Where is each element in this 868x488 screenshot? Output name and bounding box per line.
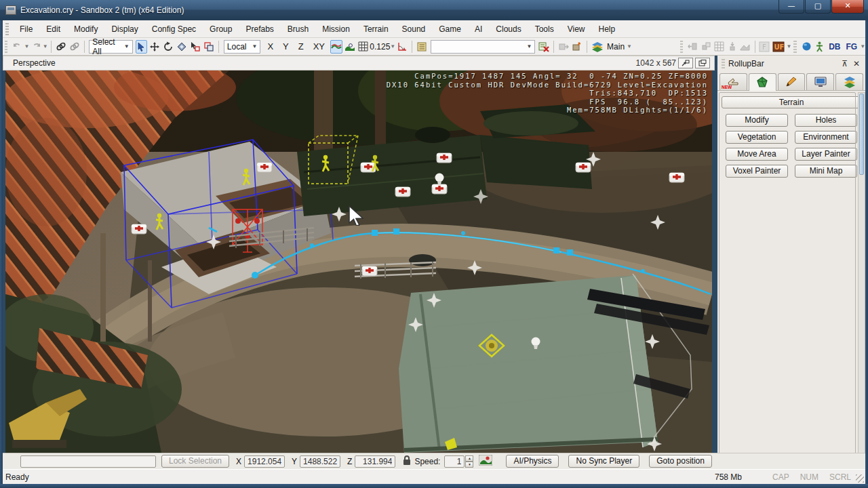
terrain-modify-button[interactable]: Modify (726, 114, 788, 127)
menu-game[interactable]: Game (432, 22, 468, 37)
physics-world-icon[interactable] (801, 40, 812, 54)
snap-angle-icon[interactable] (396, 40, 408, 54)
selection-mask-select[interactable]: Select All ▼ (89, 40, 132, 54)
menu-sound[interactable]: Sound (395, 22, 433, 37)
speed-stepper[interactable]: ▲▼ (465, 455, 473, 468)
menu-file[interactable]: File (13, 22, 39, 37)
menu-modify[interactable]: Modify (67, 22, 104, 37)
selection-filter-input[interactable] (20, 455, 156, 468)
menu-prefabs[interactable]: Prefabs (239, 22, 280, 37)
ai-physics-button[interactable]: AI/Physics (506, 455, 559, 468)
close-button[interactable]: ✕ (831, 0, 864, 14)
player-character-icon[interactable] (814, 40, 825, 54)
viewport-layout-icon[interactable] (695, 58, 710, 68)
menu-group[interactable]: Group (203, 22, 239, 37)
database-view-button[interactable]: DB (826, 41, 843, 52)
tab-layers[interactable] (835, 73, 863, 90)
undo-dropdown-icon[interactable]: ▼ (24, 40, 30, 54)
terrain-move-area-button[interactable]: Move Area (726, 148, 788, 161)
freeze-button[interactable]: F (758, 40, 770, 54)
axis-x-button[interactable]: X (263, 40, 277, 53)
tab-modelling[interactable] (778, 73, 806, 90)
select-tool-icon[interactable] (136, 40, 147, 54)
select-area-tool-icon[interactable] (203, 40, 215, 54)
toolbar-grip[interactable] (5, 41, 7, 53)
x-coord-input[interactable] (244, 455, 285, 468)
link-objects-icon[interactable] (55, 40, 67, 54)
terrain-environment-button[interactable]: Environment (795, 131, 857, 144)
z-coord-input[interactable] (355, 455, 395, 468)
layers-stack-icon[interactable] (591, 40, 604, 54)
redo-dropdown-icon[interactable]: ▼ (43, 40, 48, 54)
terrain-layer-painter-button[interactable]: Layer Painter (795, 148, 857, 161)
maximize-button[interactable]: ▢ (805, 0, 831, 14)
terrain-mini-map-button[interactable]: Mini Map (795, 165, 857, 178)
grid-size-dropdown-icon[interactable]: ▼ (390, 40, 395, 54)
terrain-vegetation-button[interactable]: Vegetation (726, 131, 788, 144)
layer-dropdown-icon[interactable]: ▼ (627, 40, 632, 54)
snap-to-geometry-icon[interactable] (344, 40, 356, 54)
no-sync-player-button[interactable]: No Sync Player (568, 455, 639, 468)
unlink-objects-icon[interactable] (68, 40, 81, 54)
physics-drop-icon[interactable] (726, 40, 738, 54)
menu-mission[interactable]: Mission (315, 22, 357, 37)
rotate-tool-icon[interactable] (162, 40, 174, 54)
axis-xy-button[interactable]: XY (309, 40, 329, 53)
sim-grid-icon[interactable] (713, 40, 725, 54)
menu-help[interactable]: Help (591, 22, 622, 37)
scrollbar-thumb[interactable] (859, 94, 864, 175)
axis-z-button[interactable]: Z (294, 40, 308, 53)
menu-display[interactable]: Display (104, 22, 144, 37)
terrain-voxel-painter-button[interactable]: Voxel Painter (726, 165, 788, 178)
speed-input[interactable] (444, 455, 465, 468)
viewport-label[interactable]: Perspective (3, 58, 56, 68)
rollup-scrollbar[interactable] (858, 92, 865, 465)
terrain-section-header[interactable]: Terrain (722, 96, 861, 108)
lock-axes-icon[interactable] (402, 455, 412, 468)
freeze-dropdown-icon[interactable]: ▼ (786, 40, 791, 54)
sim-objects-icon[interactable] (700, 40, 711, 54)
undo-icon[interactable] (12, 40, 23, 54)
follow-terrain-icon[interactable] (330, 40, 342, 54)
menu-brush[interactable]: Brush (281, 22, 315, 37)
redo-icon[interactable] (30, 40, 41, 54)
pin-icon[interactable]: ⊼ (842, 59, 848, 68)
unfreeze-button[interactable]: UF (772, 40, 785, 54)
sim-step-back-icon[interactable] (687, 40, 698, 54)
physics-terrain-icon[interactable] (739, 40, 751, 54)
viewport-config-icon[interactable] (678, 58, 693, 68)
tab-terrain[interactable] (749, 73, 776, 91)
menu-tools[interactable]: Tools (528, 22, 561, 37)
clear-filter-icon[interactable] (538, 40, 550, 54)
perspective-viewport[interactable]: CamPos=1917 1487 145 Angl= 32 0 -74 ZN=0… (5, 70, 712, 453)
scale-tool-icon[interactable] (176, 40, 188, 54)
menu-config-spec[interactable]: Config Spec (145, 22, 203, 37)
coordinate-system-select[interactable]: Local ▼ (224, 40, 261, 54)
goto-position-button[interactable]: Goto position (649, 455, 712, 468)
object-filter-select[interactable]: ▼ (431, 40, 535, 54)
menu-edit[interactable]: Edit (39, 22, 67, 37)
resize-grip[interactable] (856, 474, 864, 483)
snap-to-grid-icon[interactable] (357, 40, 369, 54)
y-coord-input[interactable] (300, 455, 340, 468)
close-panel-icon[interactable]: ✕ (853, 59, 860, 68)
lock-selection-button[interactable]: Lock Selection (161, 455, 229, 468)
move-tool-icon[interactable] (149, 40, 161, 54)
export-selected-icon[interactable] (557, 40, 570, 54)
menu-terrain[interactable]: Terrain (357, 22, 395, 37)
export-to-engine-icon[interactable] (571, 40, 583, 54)
tools-dropdown-icon[interactable]: ▼ (860, 40, 865, 54)
terrain-collision-icon[interactable] (479, 455, 492, 468)
menu-view[interactable]: View (561, 22, 592, 37)
terrain-holes-button[interactable]: Holes (795, 114, 857, 127)
tab-display[interactable] (806, 73, 834, 90)
menu-clouds[interactable]: Clouds (489, 22, 528, 37)
menu-grip[interactable] (5, 23, 9, 35)
menu-ai[interactable]: AI (468, 22, 489, 37)
select-object-tool-icon[interactable] (189, 40, 201, 54)
minimize-button[interactable]: — (778, 0, 804, 14)
layer-list-icon[interactable] (416, 40, 428, 54)
axis-y-button[interactable]: Y (279, 40, 293, 53)
flowgraph-button[interactable]: FG (843, 41, 860, 52)
tab-objects[interactable]: NEW (719, 73, 747, 90)
